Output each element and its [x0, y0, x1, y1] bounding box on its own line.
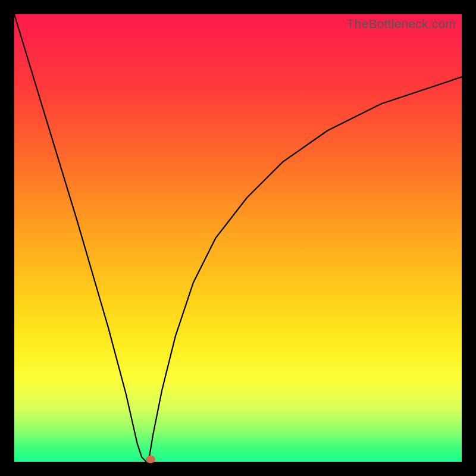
- chart-curve: [14, 14, 462, 462]
- curve-right: [149, 77, 462, 462]
- canvas: TheBottleneck.com: [0, 0, 476, 476]
- chart-marker: [146, 456, 155, 464]
- curve-left: [14, 14, 146, 462]
- plot-area: TheBottleneck.com: [14, 14, 462, 462]
